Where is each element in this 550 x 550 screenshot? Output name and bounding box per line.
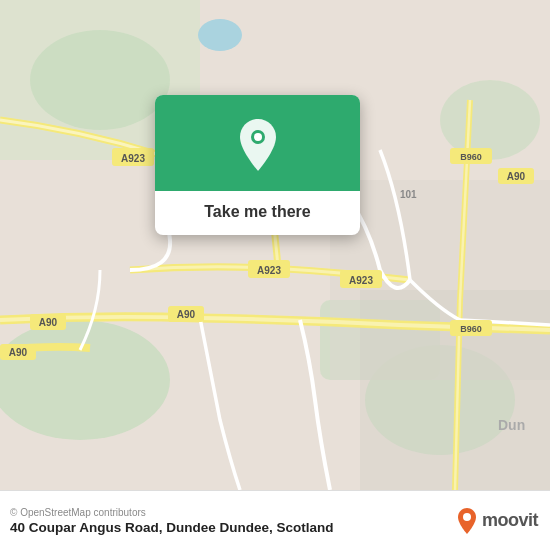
svg-point-7 (198, 19, 242, 51)
moovit-text: moovit (482, 510, 538, 531)
take-me-there-button[interactable]: Take me there (204, 203, 310, 220)
svg-text:A90: A90 (9, 347, 28, 358)
svg-text:101: 101 (400, 189, 417, 200)
map-svg: A923 A923 A923 A90 A90 A90 B960 B960 A90… (0, 0, 550, 490)
address-text: 40 Coupar Angus Road, Dundee Dundee, Sco… (10, 520, 334, 535)
svg-text:B960: B960 (460, 152, 482, 162)
popup-card-header (155, 95, 360, 191)
info-bar: © OpenStreetMap contributors 40 Coupar A… (0, 490, 550, 550)
svg-text:B960: B960 (460, 324, 482, 334)
map-container: A923 A923 A923 A90 A90 A90 B960 B960 A90… (0, 0, 550, 490)
svg-text:A923: A923 (257, 265, 281, 276)
svg-text:A90: A90 (177, 309, 196, 320)
popup-card-body[interactable]: Take me there (155, 191, 360, 235)
svg-text:A923: A923 (349, 275, 373, 286)
svg-text:Dun: Dun (498, 417, 525, 433)
svg-text:A90: A90 (39, 317, 58, 328)
location-pin-icon (235, 117, 281, 173)
info-left: © OpenStreetMap contributors 40 Coupar A… (10, 507, 334, 535)
moovit-logo: moovit (456, 507, 538, 535)
moovit-pin-icon (456, 507, 478, 535)
svg-point-4 (30, 30, 170, 130)
svg-point-31 (254, 133, 262, 141)
popup-card: Take me there (155, 95, 360, 235)
svg-text:A923: A923 (121, 153, 145, 164)
svg-text:A90: A90 (507, 171, 526, 182)
map-attribution: © OpenStreetMap contributors (10, 507, 334, 518)
svg-point-32 (463, 513, 471, 521)
